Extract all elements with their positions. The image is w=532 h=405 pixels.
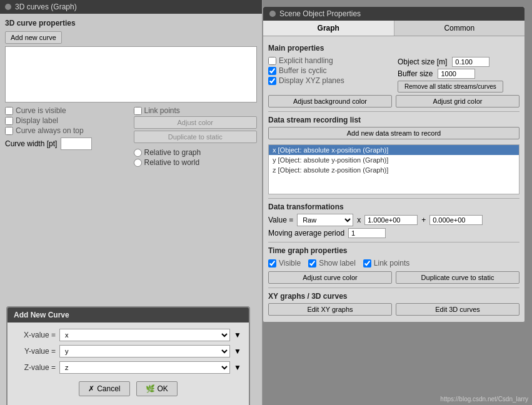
z-value-row: Z-value = z ▼ [15, 361, 241, 374]
tgp-visible-row: Visible [268, 259, 301, 268]
duplicate-static-button[interactable]: Duplicate to static [134, 131, 258, 143]
tgp-visible-checkbox[interactable] [268, 259, 276, 268]
tab-common[interactable]: Common [394, 21, 525, 36]
adjust-color-button[interactable]: Adjust color [134, 116, 258, 129]
tab-bar: Graph Common [263, 21, 524, 36]
relative-world-row: Relative to world [134, 158, 258, 167]
panel-title: Scene Object Properties [279, 9, 361, 18]
left-panel-title: 3D curves (Graph) [15, 2, 77, 11]
y-value-row: Y-value = y ▼ [15, 345, 241, 358]
multiplier-input[interactable] [364, 215, 418, 225]
curve-on-top-label: Curve always on top [16, 126, 84, 135]
offset-input[interactable] [429, 215, 483, 225]
display-label-row: Display label [5, 116, 129, 125]
curve-width-input[interactable] [61, 138, 92, 150]
moving-avg-input[interactable] [348, 228, 386, 238]
cancel-button[interactable]: ✗ Cancel [79, 381, 129, 396]
object-size-input[interactable] [452, 57, 489, 67]
ok-icon: 🌿 [146, 384, 155, 393]
tgp-link-points-label: Link points [374, 259, 409, 268]
buffer-size-input[interactable] [438, 69, 475, 79]
divider-2 [268, 198, 519, 199]
curve-visible-checkbox[interactable] [5, 107, 13, 115]
z-value-select[interactable]: z [59, 361, 230, 374]
section-title: 3D curve properties [5, 19, 257, 28]
x-value-row: X-value = x ▼ [15, 329, 241, 341]
relative-graph-radio[interactable] [134, 149, 142, 157]
curve-width-label: Curve width [pt] [5, 139, 57, 148]
plus-label: + [421, 216, 426, 224]
adjust-curve-color-button[interactable]: Adjust curve color [268, 271, 392, 284]
cancel-label: Cancel [97, 384, 120, 393]
left-options: Curve is visible Display label Curve alw… [5, 105, 129, 168]
y-value-select[interactable]: y [59, 345, 230, 358]
tgp-show-label-checkbox[interactable] [308, 259, 316, 268]
display-xyz-row: Display XYZ planes [268, 76, 390, 85]
xy-graphs-header: XY graphs / 3D curves [268, 292, 519, 301]
left-panel: 3D curves (Graph) 3D curve properties Ad… [0, 0, 263, 405]
tgp-link-points-checkbox[interactable] [363, 259, 371, 268]
remove-static-button[interactable]: Remove all static streams/curves [398, 81, 503, 92]
edit-xy-graphs-button[interactable]: Edit XY graphs [268, 303, 392, 316]
tgp-checkboxes-row: Visible Show label Link points [268, 258, 519, 269]
y-value-label: Y-value = [15, 347, 56, 356]
stream-item-z[interactable]: z [Object: absolute z-position (Graph)] [269, 165, 519, 175]
right-panel: Scene Object Properties Graph Common Mai… [263, 6, 525, 322]
curve-properties-section: 3D curve properties Add new curve Curve … [0, 14, 262, 173]
stream-list: x [Object: absolute x-position (Graph)] … [268, 144, 519, 194]
stream-item-y[interactable]: y [Object: absolute y-position (Graph)] [269, 155, 519, 165]
value-label: Value = [268, 216, 293, 224]
x-multiplier-icon: x [357, 216, 361, 224]
edit-3d-curves-button[interactable]: Edit 3D curves [396, 303, 519, 316]
add-new-curve-dialog: Add New Curve X-value = x ▼ Y-value = y … [6, 306, 250, 405]
duplicate-curve-static-button[interactable]: Duplicate curve to static [396, 271, 519, 284]
explicit-handling-checkbox[interactable] [268, 57, 276, 65]
curve-list-box [5, 46, 257, 102]
x-value-label: X-value = [15, 331, 56, 339]
grid-color-button[interactable]: Adjust grid color [396, 95, 519, 108]
divider-3 [268, 242, 519, 242]
raw-select[interactable]: Raw [297, 214, 353, 226]
display-xyz-checkbox[interactable] [268, 77, 276, 85]
curve-width-row: Curve width [pt] [5, 138, 129, 150]
ok-button[interactable]: 🌿 OK [136, 381, 178, 396]
add-data-stream-button[interactable]: Add new data stream to record [268, 127, 519, 139]
data-stream-header: Data stream recording list [268, 116, 519, 124]
buffer-cyclic-checkbox[interactable] [268, 67, 276, 75]
x-value-select[interactable]: x [59, 329, 230, 341]
watermark: https://blog.csdn.net/Csdn_larry [440, 396, 528, 402]
tgp-show-label-label: Show label [319, 259, 356, 268]
buffer-size-label: Buffer size [398, 69, 433, 78]
explicit-handling-label: Explicit handling [279, 56, 333, 65]
display-label-text: Display label [16, 116, 58, 125]
ok-label: OK [158, 384, 168, 393]
panel-dot-icon [269, 11, 276, 17]
tgp-btn-row: Adjust curve color Duplicate curve to st… [268, 271, 519, 284]
main-props-header: Main properties [268, 44, 519, 52]
stream-item-x[interactable]: x [Object: absolute x-position (Graph)] [269, 145, 519, 155]
curve-on-top-row: Curve always on top [5, 126, 129, 135]
stream-empty-space [269, 175, 519, 194]
relative-graph-label: Relative to graph [144, 148, 201, 157]
rp-content: Main properties Explicit handling Buffer… [263, 36, 524, 322]
color-btns-row: Adjust background color Adjust grid colo… [268, 95, 519, 108]
dialog-body: X-value = x ▼ Y-value = y ▼ Z-value = z … [8, 322, 249, 405]
tab-graph[interactable]: Graph [263, 21, 394, 36]
buffer-cyclic-label: Buffer is cyclic [279, 66, 326, 75]
display-label-checkbox[interactable] [5, 117, 13, 125]
divider-1 [268, 111, 519, 112]
main-props-left: Explicit handling Buffer is cyclic Displ… [268, 55, 390, 86]
add-new-curve-button[interactable]: Add new curve [5, 31, 62, 44]
moving-avg-label: Moving average period [268, 229, 344, 238]
main-props-right: Object size [m] Buffer size Remove all s… [398, 55, 519, 92]
right-options: Link points Adjust color Duplicate to st… [134, 105, 258, 168]
relative-world-label: Relative to world [144, 158, 200, 167]
display-xyz-label: Display XYZ planes [279, 76, 344, 85]
object-size-label: Object size [m] [398, 58, 447, 66]
curve-options: Curve is visible Display label Curve alw… [5, 105, 257, 168]
relative-world-radio[interactable] [134, 159, 142, 167]
xy-btn-row: Edit XY graphs Edit 3D curves [268, 303, 519, 316]
link-points-checkbox[interactable] [134, 107, 142, 115]
bg-color-button[interactable]: Adjust background color [268, 95, 392, 108]
curve-on-top-checkbox[interactable] [5, 127, 13, 135]
